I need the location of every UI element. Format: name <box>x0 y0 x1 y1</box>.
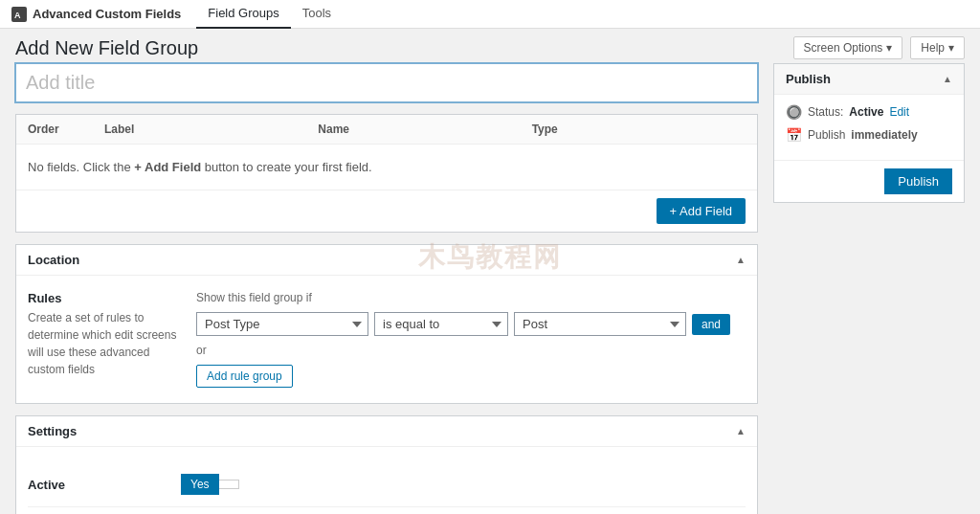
setting-row-style: Style Standard (WP metabox) Seamless (no… <box>28 507 746 514</box>
and-button[interactable]: and <box>692 314 730 335</box>
location-section: Location ▲ Rules Create a set of rules t… <box>15 244 758 404</box>
status-edit-link[interactable]: Edit <box>889 105 909 119</box>
title-input[interactable] <box>15 63 758 102</box>
location-body: Rules Create a set of rules to determine… <box>16 276 757 403</box>
rules-right: Show this field group if Post Type is eq… <box>196 291 746 388</box>
publish-label: Publish <box>808 128 845 142</box>
settings-section: Settings ▲ Active Yes <box>15 415 758 514</box>
top-nav-tabs: Field Groups Tools <box>196 0 343 29</box>
publish-status-row: 🔘 Status: Active Edit <box>786 104 952 120</box>
chevron-down-icon: ▾ <box>886 41 892 55</box>
fields-footer: + Add Field <box>16 190 757 232</box>
plugin-logo: A Advanced Custom Fields <box>11 7 181 22</box>
location-grid: Rules Create a set of rules to determine… <box>28 291 746 388</box>
add-field-button[interactable]: + Add Field <box>657 198 746 224</box>
collapse-icon-settings: ▲ <box>736 426 746 436</box>
condition-row: Post Type is equal to Post and <box>196 312 746 336</box>
fields-section: Order Label Name Type No fields. Click t… <box>15 114 758 233</box>
sidebar: Publish ▲ 🔘 Status: Active Edit 📅 Publis… <box>773 63 965 514</box>
fields-empty-message: No fields. Click the + Add Field button … <box>16 145 757 190</box>
toggle-no-button[interactable] <box>219 480 239 489</box>
header-buttons: Screen Options ▾ Help ▾ <box>793 36 965 59</box>
location-section-header[interactable]: Location ▲ <box>16 245 757 276</box>
publish-body: 🔘 Status: Active Edit 📅 Publish immediat… <box>774 95 964 160</box>
publish-title: Publish <box>786 72 831 86</box>
help-button[interactable]: Help ▾ <box>910 36 965 59</box>
tab-field-groups[interactable]: Field Groups <box>196 0 290 29</box>
svg-text:A: A <box>14 11 21 20</box>
settings-body: Active Yes Style Stan <box>16 447 757 514</box>
settings-grid: Active Yes Style Stan <box>28 462 746 514</box>
toggle-yes-button[interactable]: Yes <box>181 474 219 495</box>
top-nav: A Advanced Custom Fields Field Groups To… <box>0 0 980 29</box>
condition-select-3[interactable]: Post <box>514 312 686 336</box>
condition-select-1[interactable]: Post Type <box>196 312 368 336</box>
main-layout: Order Label Name Type No fields. Click t… <box>0 63 980 514</box>
publish-footer: Publish <box>774 160 964 202</box>
publish-when: immediately <box>851 128 917 142</box>
status-label: Status: <box>808 105 843 119</box>
chevron-down-icon: ▾ <box>948 41 954 55</box>
status-icon: 🔘 <box>786 104 802 120</box>
collapse-icon-publish: ▲ <box>943 74 952 84</box>
toggle-active: Yes <box>181 474 746 495</box>
page-title: Add New Field Group <box>15 37 198 59</box>
fields-table-header: Order Label Name Type <box>16 115 757 145</box>
calendar-icon: 📅 <box>786 127 802 143</box>
screen-options-button[interactable]: Screen Options ▾ <box>793 36 903 59</box>
page-header-row: Add New Field Group Screen Options ▾ Hel… <box>0 29 980 63</box>
publish-panel: Publish ▲ 🔘 Status: Active Edit 📅 Publis… <box>773 63 965 203</box>
add-rule-group-button[interactable]: Add rule group <box>196 365 293 388</box>
status-value: Active <box>849 105 883 119</box>
tab-tools[interactable]: Tools <box>291 0 343 29</box>
settings-title: Settings <box>28 424 77 438</box>
col-order: Order <box>28 123 104 136</box>
publish-when-row: 📅 Publish immediately <box>786 127 952 143</box>
rules-description: Rules Create a set of rules to determine… <box>28 291 181 388</box>
col-type: Type <box>532 123 746 136</box>
col-label: Label <box>104 123 318 136</box>
settings-section-header[interactable]: Settings ▲ <box>16 416 757 447</box>
publish-header[interactable]: Publish ▲ <box>774 64 964 95</box>
publish-button[interactable]: Publish <box>884 168 952 194</box>
or-label: or <box>196 344 746 357</box>
col-name: Name <box>318 123 531 136</box>
collapse-icon: ▲ <box>736 255 746 265</box>
condition-select-2[interactable]: is equal to <box>374 312 508 336</box>
location-title: Location <box>28 253 79 267</box>
active-toggle-container: Yes <box>181 474 746 495</box>
setting-row-active: Active Yes <box>28 462 746 507</box>
main-content: Order Label Name Type No fields. Click t… <box>15 63 758 514</box>
